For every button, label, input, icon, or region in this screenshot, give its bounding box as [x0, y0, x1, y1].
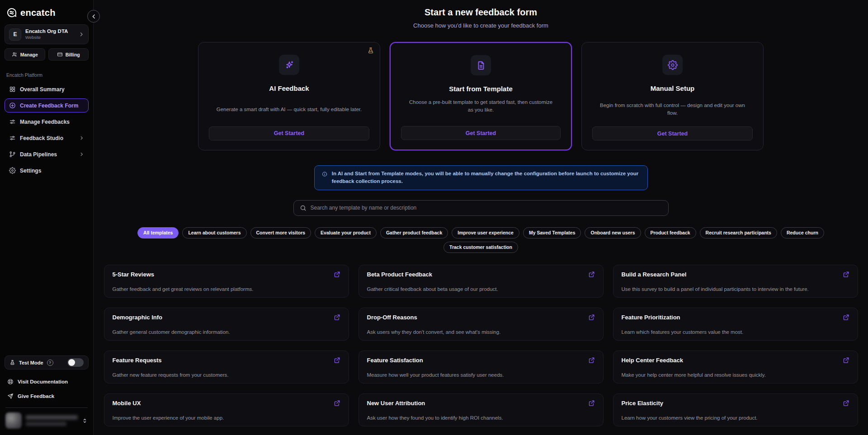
template-card-5-star-reviews[interactable]: 5-Star Reviews Gather feedback and get g…: [104, 265, 349, 298]
user-name-redacted: [26, 415, 78, 420]
sidebar-item-settings[interactable]: Settings: [5, 164, 89, 178]
template-card-title: Price Elasticity: [622, 400, 664, 407]
external-link-icon[interactable]: [334, 271, 340, 278]
users-icon: [12, 51, 18, 57]
template-card-description: Gather general customer demographic info…: [113, 329, 340, 335]
plus-circle-icon: [9, 102, 16, 109]
user-profile[interactable]: [5, 412, 89, 429]
sidebar-item-data-pipelines[interactable]: Data Pipelines: [5, 147, 89, 161]
filter-chip-all-templates[interactable]: All templates: [137, 227, 179, 239]
template-card-build-a-research-panel[interactable]: Build a Research Panel Use this survey t…: [613, 265, 858, 298]
template-card-title: Mobile UX: [113, 400, 141, 407]
template-card-title: Feature Prioritization: [622, 314, 680, 321]
sliders-icon: [9, 118, 16, 125]
manage-button[interactable]: Manage: [5, 48, 45, 61]
filter-chip-gather-product-feedback[interactable]: Gather product feedback: [380, 227, 448, 239]
mode-card-ai-feedback[interactable]: AI Feedback Generate a smart draft with …: [198, 42, 380, 150]
template-card-title: 5-Star Reviews: [113, 271, 155, 278]
filter-chip-onboard-new-users[interactable]: Onboard new users: [585, 227, 641, 239]
billing-button[interactable]: Billing: [48, 48, 89, 61]
get-started-button[interactable]: Get Started: [401, 126, 561, 140]
template-card-price-elasticity[interactable]: Price Elasticity Learn how your customer…: [613, 393, 858, 426]
template-card-feature-requests[interactable]: Feature Requests Gather new feature requ…: [104, 351, 349, 384]
template-search: [293, 200, 669, 216]
brand-logo: encatch: [5, 5, 89, 19]
visit-documentation-link[interactable]: Visit Documentation: [5, 376, 89, 388]
sidebar-item-manage-feedbacks[interactable]: Manage Feedbacks: [5, 115, 89, 129]
sidebar-item-create-feedback-form[interactable]: Create Feedback Form: [5, 98, 89, 112]
template-card-description: Gather critical feedback about beta usag…: [367, 286, 595, 292]
external-link-icon[interactable]: [588, 400, 595, 407]
filter-chip-evaluate-your-product[interactable]: Evaluate your product: [315, 227, 377, 239]
filter-chip-learn-about-customers[interactable]: Learn about customers: [182, 227, 246, 239]
template-card-description: Learn how your customers view the pricin…: [622, 415, 849, 421]
mode-card-manual-setup[interactable]: Manual Setup Begin from scratch with ful…: [581, 42, 764, 150]
template-card-description: Make your help center more helpful and r…: [622, 372, 849, 378]
sidebar-collapse-button[interactable]: [87, 10, 100, 23]
question-icon[interactable]: ?: [47, 360, 53, 366]
filter-chip-product-feedback[interactable]: Product feedback: [645, 227, 696, 239]
external-link-icon[interactable]: [843, 314, 849, 321]
template-card-title: Help Center Feedback: [622, 357, 684, 364]
chevron-left-icon: [91, 14, 97, 19]
info-icon: [322, 171, 327, 178]
mode-card-description: Choose a pre-built template to get start…: [406, 98, 556, 113]
filter-chip-recruit-research-participants[interactable]: Recruit research participants: [700, 227, 777, 239]
template-card-title: Build a Research Panel: [622, 271, 687, 278]
sidebar-nav: Overall Summary Create Feedback Form Man…: [5, 82, 89, 178]
test-mode-label: Test Mode: [19, 360, 43, 365]
external-link-icon[interactable]: [588, 271, 595, 278]
external-link-icon[interactable]: [588, 357, 595, 364]
search-input[interactable]: [311, 205, 662, 211]
flask-icon: [9, 360, 15, 365]
template-card-feature-satisfaction[interactable]: Feature Satisfaction Measure how well yo…: [359, 351, 604, 384]
mode-card-start-from-template[interactable]: Start from Template Choose a pre-built t…: [390, 42, 572, 150]
template-card-description: Use this survey to build a panel of indi…: [622, 286, 849, 292]
filter-chip-reduce-churn[interactable]: Reduce churn: [781, 227, 824, 239]
filter-chip-track-customer-satisfaction[interactable]: Track customer satisfaction: [443, 242, 518, 253]
org-type: Website: [25, 35, 75, 40]
get-started-button[interactable]: Get Started: [592, 126, 753, 140]
external-link-icon[interactable]: [843, 357, 849, 364]
credit-card-icon: [57, 51, 63, 57]
template-card-feature-prioritization[interactable]: Feature Prioritization Learn which featu…: [613, 308, 858, 341]
sparkles-icon: [284, 60, 294, 70]
search-icon: [300, 205, 307, 211]
test-mode-toggle[interactable]: [67, 358, 84, 367]
template-card-title: Feature Satisfaction: [367, 357, 423, 364]
get-started-button[interactable]: Get Started: [209, 126, 369, 140]
template-card-mobile-ux[interactable]: Mobile UX Improve the user experience of…: [104, 393, 349, 426]
template-card-description: Gather new feature requests from your cu…: [113, 372, 340, 378]
app-window: encatch E Encatch Org DTA Website Manage…: [0, 0, 868, 435]
template-card-drop-off-reasons[interactable]: Drop-Off Reasons Ask users why they don'…: [359, 308, 604, 341]
template-card-description: Learn which features your customers valu…: [622, 329, 849, 335]
external-link-icon[interactable]: [334, 357, 340, 364]
template-card-demographic-info[interactable]: Demographic Info Gather general customer…: [104, 308, 349, 341]
external-link-icon[interactable]: [843, 400, 849, 407]
document-icon: [476, 61, 486, 70]
page-subtitle: Choose how you'd like to create your fee…: [94, 22, 868, 29]
user-email-redacted: [26, 422, 66, 426]
template-card-help-center-feedback[interactable]: Help Center Feedback Make your help cent…: [613, 351, 858, 384]
org-avatar: E: [9, 28, 21, 41]
org-actions: Manage Billing: [5, 48, 89, 61]
template-card-new-user-attribution[interactable]: New User Attribution Ask user how they f…: [359, 393, 604, 426]
filter-chip-convert-more-visitors[interactable]: Convert more visitors: [250, 227, 311, 239]
external-link-icon[interactable]: [588, 314, 595, 321]
divider: [5, 407, 88, 408]
org-selector[interactable]: E Encatch Org DTA Website: [5, 24, 89, 44]
filter-chip-improve-user-experience[interactable]: Improve user experience: [452, 227, 519, 239]
template-card-beta-product-feedback[interactable]: Beta Product Feedback Gather critical fe…: [359, 265, 604, 298]
filter-chip-my-saved-templates[interactable]: My Saved Templates: [523, 227, 581, 239]
template-card-description: Gather feedback and get great reviews on…: [113, 286, 340, 292]
external-link-icon[interactable]: [334, 400, 340, 407]
template-card-title: Beta Product Feedback: [367, 271, 433, 278]
grid-icon: [9, 86, 16, 93]
info-banner: In AI and Start from Template modes, you…: [314, 165, 648, 190]
sidebar-item-feedback-studio[interactable]: Feedback Studio: [5, 131, 89, 145]
give-feedback-link[interactable]: Give Feedback: [5, 390, 89, 402]
brand-name: encatch: [20, 8, 56, 18]
sidebar-item-overall-summary[interactable]: Overall Summary: [5, 82, 89, 96]
external-link-icon[interactable]: [334, 314, 340, 321]
external-link-icon[interactable]: [843, 271, 849, 278]
